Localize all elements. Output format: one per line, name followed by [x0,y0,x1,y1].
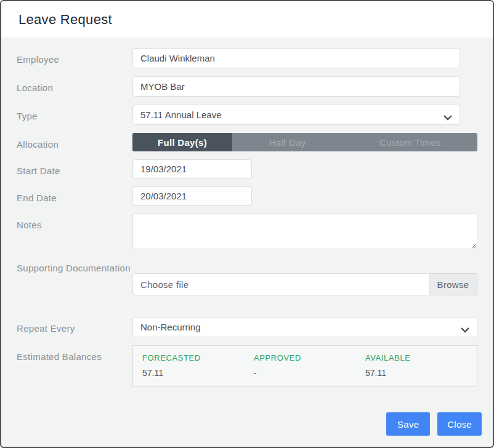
dialog-header: Leave Request [1,1,493,38]
start-date-row: Start Date [17,159,477,178]
allocation-full-days-button[interactable]: Full Day(s) [132,133,232,151]
start-date-field[interactable] [132,159,252,178]
allocation-row: Allocation Full Day(s) Half Day Custom T… [17,133,477,151]
location-row: Location [17,76,477,97]
employee-label: Employee [17,48,132,66]
page-title: Leave Request [18,12,476,28]
allocation-label: Allocation [17,133,132,151]
repeat-every-label: Repeat Every [17,317,132,335]
available-header: AVAILABLE [365,353,477,362]
leave-request-dialog: Leave Request Employee Location Type 57.… [0,0,494,448]
type-row: Type 57.11 Annual Leave [17,105,477,125]
type-label: Type [17,105,132,122]
type-select-value: 57.11 Annual Leave [140,110,222,120]
end-date-field[interactable] [132,186,252,206]
file-upload-group: Choose file Browse [132,273,477,295]
available-value: 57.11 [365,368,477,378]
allocation-segmented-control: Full Day(s) Half Day Custom Times [132,133,477,151]
approved-header: APPROVED [254,353,365,362]
chevron-down-icon [461,324,469,330]
estimated-balances-label: Estimated Balances [17,345,132,363]
forecasted-column: FORECASTED 57.11 [142,353,254,378]
forecasted-header: FORECASTED [142,353,254,362]
save-button[interactable]: Save [386,412,430,436]
supporting-documentation-label: Supporting Documentation [17,262,132,274]
repeat-every-select[interactable]: Non-Recurring [132,317,477,337]
allocation-custom-times-button[interactable]: Custom Times [342,133,477,151]
dialog-footer: Save Close [1,412,493,447]
employee-field[interactable] [132,48,460,68]
notes-field[interactable] [132,214,477,249]
supporting-documentation-row: Supporting Documentation Choose file Bro… [17,273,477,295]
approved-column: APPROVED - [254,353,365,378]
available-column: AVAILABLE 57.11 [365,353,477,378]
repeat-every-row: Repeat Every Non-Recurring [17,317,477,337]
allocation-half-day-button[interactable]: Half Day [232,133,342,151]
leave-request-form: Employee Location Type 57.11 Annual Leav… [1,38,493,412]
notes-label: Notes [17,214,132,231]
end-date-row: End Date [17,186,477,206]
forecasted-value: 57.11 [142,368,254,378]
close-button[interactable]: Close [437,412,482,436]
repeat-every-select-value: Non-Recurring [140,322,201,332]
notes-row: Notes [17,214,477,249]
employee-row: Employee [17,48,477,68]
location-field[interactable] [132,76,460,97]
chevron-down-icon [443,112,452,118]
estimated-balances-table: FORECASTED 57.11 APPROVED - AVAILABLE 57… [132,345,477,387]
location-label: Location [17,76,132,94]
browse-button[interactable]: Browse [429,273,477,295]
start-date-label: Start Date [17,159,132,177]
type-select[interactable]: 57.11 Annual Leave [132,105,460,125]
file-upload-field[interactable]: Choose file [132,273,429,295]
estimated-balances-row: Estimated Balances FORECASTED 57.11 APPR… [17,345,477,387]
approved-value: - [254,368,365,378]
end-date-label: End Date [17,186,132,204]
